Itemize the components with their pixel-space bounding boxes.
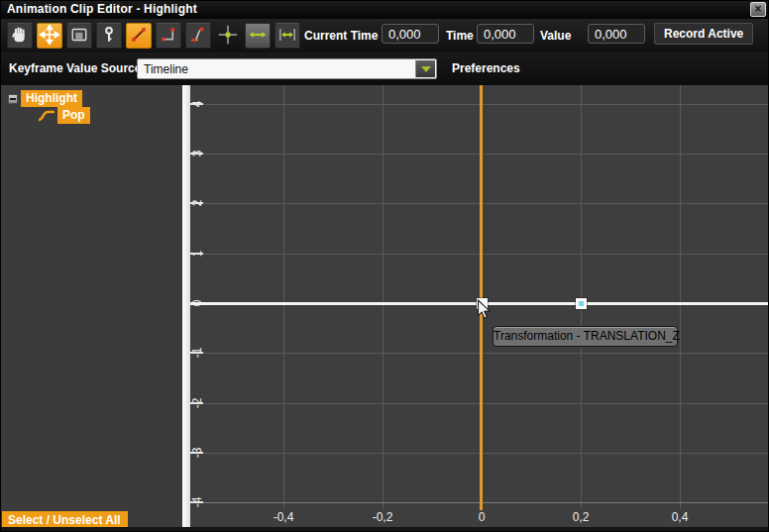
- keyframe-value-source-label: Keyframe Value Source:: [9, 61, 145, 75]
- close-icon: ×: [754, 2, 761, 16]
- move-button[interactable]: [37, 23, 62, 49]
- dropdown-selected-value: Timeline: [144, 62, 188, 76]
- window-bottom-border: [1, 527, 769, 532]
- keyframe-point[interactable]: [576, 298, 587, 309]
- time-label: Time: [446, 29, 474, 43]
- step-interpolation-icon: [158, 24, 179, 49]
- chevron-down-icon: [421, 66, 431, 72]
- y-axis-tick-label: 1: [190, 241, 204, 266]
- y-axis-tick-label: 2: [190, 190, 204, 216]
- cursor-pointer: [477, 299, 492, 325]
- fit-horizontal-icon: [247, 24, 269, 49]
- grid-line-vertical: [383, 85, 384, 509]
- tree-item-pop[interactable]: Pop: [37, 107, 90, 124]
- x-axis-tick-label: 0,2: [556, 510, 605, 524]
- grid-line-vertical: [680, 85, 681, 509]
- animation-tree-panel: Highlight Pop Select / Unselect All: [1, 85, 182, 527]
- tree-item-label[interactable]: Highlight: [21, 90, 82, 107]
- close-button[interactable]: ×: [750, 2, 766, 17]
- step-interpolation-button[interactable]: [156, 23, 181, 49]
- y-axis-tick-label: 4: [190, 91, 204, 117]
- curve-icon: [37, 109, 56, 123]
- toolbar-button-group: [7, 23, 300, 49]
- pan-hand-icon: [9, 24, 31, 49]
- pan-button[interactable]: [7, 23, 33, 49]
- box-select-button[interactable]: [66, 23, 92, 49]
- fit-horizontal-button[interactable]: [245, 23, 271, 49]
- time-input[interactable]: [477, 24, 534, 44]
- preferences-button[interactable]: Preferences: [452, 61, 520, 75]
- y-axis-tick-label: -2: [190, 390, 204, 416]
- grid-line-vertical: [283, 85, 284, 509]
- current-time-input[interactable]: [382, 24, 439, 44]
- keyframe-value-source-dropdown[interactable]: Timeline: [137, 58, 437, 79]
- move-icon: [39, 24, 60, 49]
- animation-clip-editor-window: Animation Clip Editor - Highlight ×: [0, 0, 769, 532]
- y-axis-tick-label: -4: [190, 489, 204, 515]
- title-bar[interactable]: Animation Clip Editor - Highlight ×: [1, 1, 769, 19]
- tree-item-highlight[interactable]: Highlight: [8, 90, 82, 107]
- smooth-interpolation-icon: [187, 24, 209, 49]
- linear-interpolation-button[interactable]: [126, 23, 152, 49]
- x-axis-tick-label: -0,4: [259, 510, 308, 524]
- channel-tooltip: Transformation - TRANSLATION_Z: [493, 326, 678, 347]
- fit-range-button[interactable]: [275, 23, 300, 49]
- value-label: Value: [540, 29, 571, 43]
- toolbar: Current Time Time Value Record Active: [1, 19, 769, 53]
- linear-interpolation-icon: [128, 24, 150, 49]
- plot-area[interactable]: -0,4-0,200,20,443210-1-2-3-4Transformati…: [182, 85, 769, 527]
- collapse-expander-icon[interactable]: [8, 94, 18, 104]
- keyframe-inner: [579, 301, 584, 306]
- y-axis-tick-label: 3: [190, 141, 204, 166]
- x-axis-tick-label: 0: [457, 510, 506, 524]
- fit-range-icon: [276, 24, 298, 49]
- center-keyframe-icon: [216, 23, 240, 50]
- smooth-interpolation-button[interactable]: [185, 23, 211, 49]
- x-axis-tick-label: -0,2: [358, 510, 407, 524]
- center-keyframe-button[interactable]: [215, 23, 241, 49]
- box-select-icon: [68, 24, 90, 49]
- value-input[interactable]: [588, 24, 645, 44]
- current-time-label: Current Time: [304, 29, 378, 43]
- dropdown-arrow-button[interactable]: [415, 60, 435, 77]
- y-axis-tick-label: -3: [190, 440, 204, 466]
- grid-line-vertical: [581, 85, 582, 509]
- window-title: Animation Clip Editor - Highlight: [7, 2, 197, 16]
- key-button[interactable]: [96, 23, 122, 49]
- x-axis-tick-label: 0,4: [655, 510, 705, 524]
- key-icon: [98, 24, 120, 49]
- keyframe-source-row: Keyframe Value Source: Timeline Preferen…: [1, 53, 769, 85]
- record-active-button[interactable]: Record Active: [654, 23, 753, 45]
- y-axis-tick-label: -1: [190, 340, 204, 366]
- y-axis-bar: [182, 85, 190, 527]
- tree-item-label[interactable]: Pop: [57, 107, 90, 124]
